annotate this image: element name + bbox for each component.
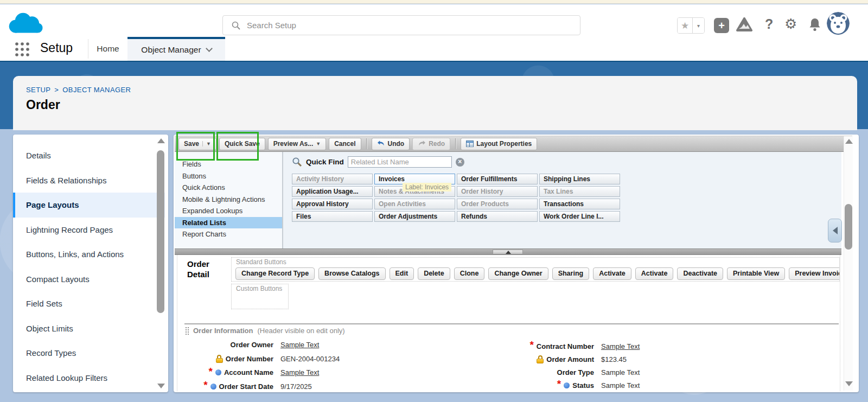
- sidebar-item-compact-layouts[interactable]: Compact Layouts: [13, 267, 165, 292]
- category-quick-actions[interactable]: Quick Actions: [175, 182, 282, 194]
- scrollbar-thumb[interactable]: [157, 150, 164, 313]
- page-title: Order: [26, 98, 60, 112]
- std-button[interactable]: Sharing: [552, 267, 590, 280]
- scroll-down-icon[interactable]: [845, 381, 853, 386]
- global-search[interactable]: [222, 15, 580, 35]
- std-button[interactable]: Preview Invoices: [789, 267, 840, 280]
- drag-handle-icon[interactable]: [186, 327, 189, 335]
- field-row[interactable]: * Status Sample Text: [408, 379, 640, 391]
- preview-as-button[interactable]: Preview As... ▼: [268, 138, 327, 150]
- app-launcher-icon[interactable]: [14, 41, 30, 60]
- sidebar-scrollbar[interactable]: [156, 136, 165, 391]
- order-information-header[interactable]: Order Information (Header visible on edi…: [186, 327, 345, 335]
- help-icon[interactable]: ?: [765, 16, 773, 32]
- save-button[interactable]: Save ▼: [178, 138, 216, 150]
- palette-item[interactable]: Files: [292, 211, 373, 222]
- collapse-panel-button[interactable]: [828, 219, 842, 243]
- palette-item[interactable]: Application Usage...: [292, 186, 373, 197]
- search-icon: [232, 21, 240, 30]
- std-button[interactable]: Printable View: [727, 267, 785, 280]
- palette-item[interactable]: Approval History: [292, 199, 373, 209]
- palette-item[interactable]: Tax Lines: [539, 186, 620, 197]
- editor-scrollbar[interactable]: [844, 136, 853, 391]
- palette-item[interactable]: Order Adjustments: [374, 211, 455, 222]
- std-button[interactable]: Activate: [593, 267, 631, 280]
- sidebar-item-object-limits[interactable]: Object Limits: [13, 316, 165, 341]
- user-avatar[interactable]: [827, 12, 850, 35]
- field-row[interactable]: * Order Start Date 9/17/2025: [175, 380, 340, 392]
- favorites-caret-icon[interactable]: ▾: [692, 18, 704, 33]
- sidebar-item-buttons-links-actions[interactable]: Buttons, Links, and Actions: [13, 242, 165, 267]
- save-dropdown-caret-icon[interactable]: ▼: [202, 141, 211, 146]
- category-related-lists[interactable]: Related Lists: [175, 217, 282, 229]
- std-button[interactable]: Delete: [418, 267, 450, 280]
- custom-buttons-label: Custom Buttons: [236, 285, 282, 292]
- scrollbar-thumb[interactable]: [845, 204, 852, 250]
- palette-canvas-splitter[interactable]: [175, 248, 841, 255]
- page: ★ ▾ + ? ⚙: [0, 0, 868, 402]
- field-row[interactable]: Order Amount $123.45: [408, 353, 640, 366]
- sidebar-item-fields-relationships[interactable]: Fields & Relationships: [13, 168, 165, 193]
- setup-gear-icon[interactable]: ⚙: [784, 16, 797, 33]
- breadcrumb-separator: [54, 86, 59, 94]
- palette-item[interactable]: Activity History: [292, 174, 373, 184]
- palette-item[interactable]: Order Fulfillments: [457, 174, 538, 184]
- category-buttons[interactable]: Buttons: [175, 170, 282, 182]
- std-button[interactable]: Browse Catalogs: [318, 267, 385, 280]
- sidebar-item-field-sets[interactable]: Field Sets: [13, 291, 165, 316]
- std-button[interactable]: Edit: [390, 267, 414, 280]
- quick-save-button[interactable]: Quick Save: [219, 138, 265, 150]
- palette-item[interactable]: Open Activities: [374, 199, 455, 209]
- palette-item[interactable]: Order Products: [457, 199, 538, 209]
- breadcrumb-object-manager[interactable]: OBJECT MANAGER: [62, 86, 131, 94]
- category-mobile-lightning-actions[interactable]: Mobile & Lightning Actions: [175, 194, 282, 206]
- quick-find-input[interactable]: [348, 156, 452, 168]
- std-button[interactable]: Clone: [454, 267, 485, 280]
- sidebar-item-details[interactable]: Details: [13, 143, 165, 168]
- clear-search-icon[interactable]: ×: [456, 158, 464, 167]
- sidebar-item-record-types[interactable]: Record Types: [13, 341, 165, 366]
- favorites-star-icon[interactable]: ★: [678, 18, 692, 33]
- redo-button[interactable]: Redo: [412, 138, 450, 150]
- category-report-charts[interactable]: Report Charts: [175, 228, 282, 240]
- preview-as-caret-icon: ▼: [316, 141, 321, 146]
- palette-item[interactable]: Order History: [457, 186, 538, 197]
- quick-find-bar: Quick Find ×: [292, 156, 464, 168]
- tab-object-manager[interactable]: Object Manager: [127, 37, 225, 61]
- category-expanded-lookups[interactable]: Expanded Lookups: [175, 205, 282, 217]
- order-information-subtitle: (Header visible on edit only): [258, 327, 345, 335]
- field-row[interactable]: * Account Name Sample Text: [175, 366, 340, 380]
- cancel-button[interactable]: Cancel: [329, 138, 361, 150]
- tab-home[interactable]: Home: [88, 37, 127, 61]
- sidebar-item-related-lookup-filters[interactable]: Related Lookup Filters: [13, 366, 165, 391]
- splitter-collapse-handle[interactable]: [493, 250, 523, 254]
- field-row[interactable]: Order Type Sample Text: [408, 366, 640, 379]
- field-row[interactable]: Order Owner Sample Text: [175, 338, 340, 352]
- std-button[interactable]: Change Record Type: [235, 267, 315, 280]
- favorites-control[interactable]: ★ ▾: [677, 17, 705, 34]
- sidebar-item-lightning-record-pages[interactable]: Lightning Record Pages: [13, 218, 165, 243]
- notifications-bell-icon[interactable]: [808, 17, 821, 34]
- undo-button[interactable]: Undo: [372, 138, 410, 150]
- global-search-input[interactable]: [247, 21, 580, 30]
- palette-item[interactable]: Refunds: [457, 211, 538, 222]
- layout-properties-button[interactable]: Layout Properties: [461, 138, 537, 150]
- palette-item[interactable]: Shipping Lines: [539, 174, 620, 184]
- field-row[interactable]: Order Number GEN-2004-001234: [175, 352, 340, 366]
- palette-item[interactable]: Transactions: [539, 199, 620, 209]
- scroll-up-icon[interactable]: [157, 138, 165, 143]
- std-button[interactable]: Deactivate: [677, 267, 723, 280]
- required-icon: *: [209, 369, 213, 377]
- field-row[interactable]: * Contract Number Sample Text: [408, 340, 640, 353]
- scroll-down-icon[interactable]: [157, 384, 165, 388]
- palette-item[interactable]: Work Order Line I...: [539, 211, 620, 222]
- scroll-up-icon[interactable]: [845, 139, 853, 144]
- toolbar-separator: [366, 138, 367, 149]
- std-button[interactable]: Activate: [635, 267, 674, 280]
- trailhead-icon[interactable]: [736, 17, 753, 35]
- sidebar-item-page-layouts[interactable]: Page Layouts: [13, 193, 165, 218]
- global-actions-icon[interactable]: +: [714, 18, 729, 33]
- std-button[interactable]: Change Owner: [488, 267, 548, 280]
- breadcrumb-setup[interactable]: SETUP: [26, 86, 50, 94]
- category-fields[interactable]: Fields: [175, 158, 282, 170]
